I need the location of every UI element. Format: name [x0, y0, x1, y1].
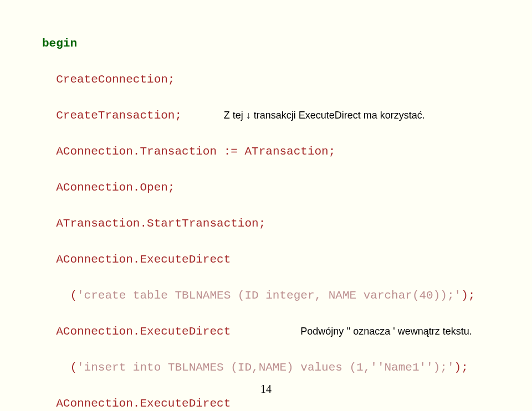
- punct: );: [461, 289, 475, 302]
- ident: CreateConnection: [42, 73, 168, 86]
- punct: (: [42, 289, 77, 302]
- ident: AConnection: [42, 181, 133, 194]
- punct: .: [133, 145, 140, 158]
- comment-double-quote: Podwójny '' oznacza ' wewnątrz tekstu.: [300, 324, 472, 340]
- ident: ATransaction: [42, 217, 140, 230]
- punct: .: [133, 325, 140, 338]
- punct: .: [133, 397, 140, 410]
- kw-begin: begin: [42, 37, 77, 50]
- punct: ;: [168, 73, 175, 86]
- ident: Open: [140, 181, 167, 194]
- punct: );: [454, 361, 468, 374]
- punct: ;: [175, 109, 182, 122]
- ident: AConnection: [42, 325, 133, 338]
- ident: AConnection: [42, 253, 133, 266]
- string-literal: 'insert into TBLNAMES (ID,NAME) values (…: [77, 361, 454, 374]
- ident: CreateTransaction: [42, 109, 175, 122]
- punct: (: [42, 361, 77, 374]
- op: :=: [217, 145, 244, 158]
- ident: Transaction: [140, 145, 217, 158]
- ident: ExecuteDirect: [140, 397, 231, 410]
- code-block: begin CreateConnection; CreateTransactio…: [42, 17, 499, 411]
- punct: .: [133, 253, 140, 266]
- ident: ATransaction: [244, 145, 328, 158]
- punct: .: [140, 217, 147, 230]
- page: begin CreateConnection; CreateTransactio…: [0, 0, 532, 411]
- ident: ExecuteDirect: [140, 253, 231, 266]
- comment-transaction: Z tej ↓ transakcji ExecuteDirect ma korz…: [224, 108, 425, 124]
- page-number: 14: [0, 381, 532, 398]
- punct: .: [133, 181, 140, 194]
- ident: StartTransaction: [147, 217, 259, 230]
- ident: ExecuteDirect: [140, 325, 231, 338]
- ident: AConnection: [42, 145, 133, 158]
- punct: ;: [329, 145, 336, 158]
- string-literal: 'create table TBLNAMES (ID integer, NAME…: [77, 289, 461, 302]
- ident: AConnection: [42, 397, 133, 410]
- punct: ;: [259, 217, 266, 230]
- punct: ;: [168, 181, 175, 194]
